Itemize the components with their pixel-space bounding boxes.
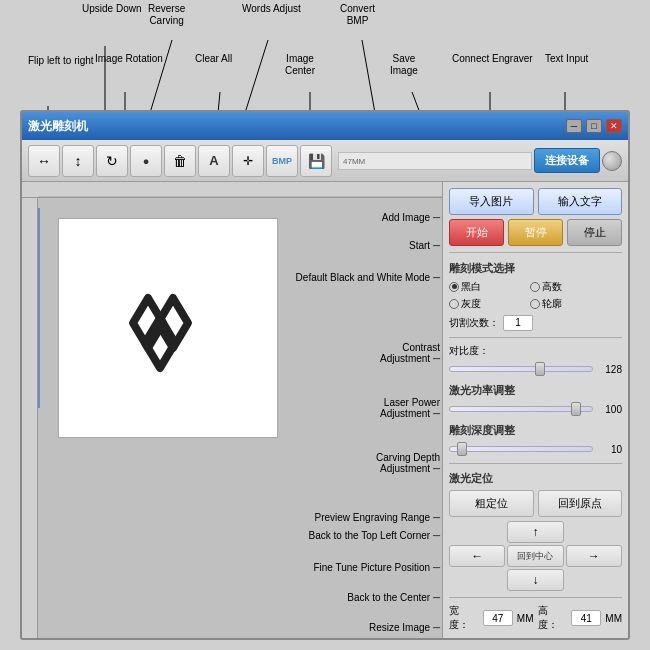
minimize-button[interactable]: ─: [566, 119, 582, 133]
home-button[interactable]: 回到原点: [538, 490, 623, 517]
nav-left-button[interactable]: ←: [449, 545, 505, 567]
reverse-carving-button[interactable]: ●: [130, 145, 162, 177]
stop-button[interactable]: 停止: [567, 219, 622, 246]
nav-center-button[interactable]: 回到中心: [507, 545, 563, 567]
size-row: 宽度： MM 高度： MM: [449, 604, 622, 632]
contrast-value: 128: [597, 364, 622, 375]
width-unit: MM: [517, 613, 534, 624]
width-input[interactable]: [483, 610, 513, 626]
convert-bmp-button[interactable]: BMP: [266, 145, 298, 177]
svg-line-6: [218, 92, 220, 110]
text-input-label: Text Input: [545, 53, 588, 65]
svg-line-2: [150, 40, 172, 110]
add-image-button[interactable]: 导入图片: [449, 188, 534, 215]
maximize-button[interactable]: □: [586, 119, 602, 133]
mode-bw-label: 黑白: [461, 280, 481, 294]
window-title: 激光雕刻机: [28, 118, 88, 135]
horizontal-ruler: [22, 182, 442, 198]
pause-button[interactable]: 暂停: [508, 219, 563, 246]
contrast-slider-track: [449, 366, 593, 372]
main-container: Flip left to right Upside Down ReverseCa…: [0, 0, 650, 650]
width-label: 宽度：: [449, 604, 479, 632]
laser-power-label: 激光功率调整: [449, 383, 622, 398]
divider-2: [449, 337, 622, 338]
divider-1: [449, 252, 622, 253]
title-bar: 激光雕刻机 ─ □ ✕: [22, 112, 628, 140]
mode-outline-option[interactable]: 轮廓: [530, 297, 608, 311]
main-window: 激光雕刻机 ─ □ ✕ ↔ ↕ ↻ ● 🗑 A ✛ BMP 💾 47MM 连接设…: [20, 110, 630, 640]
vertical-ruler: [22, 198, 38, 638]
canvas-background[interactable]: [38, 198, 442, 638]
save-image-button[interactable]: 💾: [300, 145, 332, 177]
control-row: 开始 暂停 停止: [449, 219, 622, 246]
top-annotations: Flip left to right Upside Down ReverseCa…: [0, 0, 650, 110]
laser-slider-container: 100: [449, 404, 622, 415]
divider-4: [449, 597, 622, 598]
engraved-image: [108, 268, 228, 388]
mode-gray-label: 灰度: [461, 297, 481, 311]
mode-high-option[interactable]: 高数: [530, 280, 608, 294]
mode-section-label: 雕刻模式选择: [449, 261, 622, 276]
title-bar-controls: ─ □ ✕: [566, 119, 622, 133]
nav-up-button[interactable]: ↑: [507, 521, 563, 543]
connect-engraver-button[interactable]: 连接设备: [534, 148, 600, 173]
nav-right-button[interactable]: →: [566, 545, 622, 567]
right-panel: 导入图片 输入文字 开始 暂停 停止 雕刻模式选择 黑白: [443, 182, 628, 638]
laser-value: 100: [597, 404, 622, 415]
mode-outline-radio[interactable]: [530, 299, 540, 309]
nav-down-button[interactable]: ↓: [507, 569, 563, 591]
mode-bw-option[interactable]: 黑白: [449, 280, 527, 294]
flip-label: Flip left to right: [28, 55, 94, 67]
canvas-white-area: [58, 218, 278, 438]
clear-all-label: Clear All: [195, 53, 232, 65]
mode-bw-radio[interactable]: [449, 282, 459, 292]
position-label: 激光定位: [449, 471, 622, 486]
text-input-button[interactable]: 输入文字: [538, 188, 623, 215]
svg-line-4: [362, 40, 375, 110]
start-button[interactable]: 开始: [449, 219, 504, 246]
laser-slider-track: [449, 406, 593, 412]
depth-slider-container: 10: [449, 444, 622, 455]
upside-label: Upside Down: [82, 3, 141, 15]
image-center-button[interactable]: ✛: [232, 145, 264, 177]
ruler-h-svg: [38, 183, 442, 197]
cuts-row: 切割次数：: [449, 315, 622, 331]
cuts-label: 切割次数：: [449, 316, 499, 330]
svg-line-3: [245, 40, 268, 110]
mode-radio-group: 黑白 高数 灰度 轮廓: [449, 280, 622, 311]
words-adjust-button[interactable]: A: [198, 145, 230, 177]
mode-high-radio[interactable]: [530, 282, 540, 292]
reverse-label: ReverseCarving: [148, 3, 185, 27]
ruler-label: 47MM: [339, 157, 365, 166]
connect-engraver-label: Connect Engraver: [452, 53, 533, 65]
preview-position-button[interactable]: 粗定位: [449, 490, 534, 517]
clear-all-button[interactable]: 🗑: [164, 145, 196, 177]
contrast-label: 对比度：: [449, 344, 489, 358]
navigation-grid: ↑ ← 回到中心 → ↓: [449, 521, 622, 591]
cuts-input[interactable]: [503, 315, 533, 331]
depth-value: 10: [597, 444, 622, 455]
contrast-slider-thumb[interactable]: [535, 362, 545, 376]
positioning-row: 粗定位 回到原点: [449, 490, 622, 517]
words-label: Words Adjust: [242, 3, 301, 15]
ruler: 47MM: [338, 152, 532, 170]
height-label: 高度：: [538, 604, 568, 632]
image-rotation-button[interactable]: ↻: [96, 145, 128, 177]
height-unit: MM: [605, 613, 622, 624]
annotation-arrows: [0, 0, 650, 110]
v-scale-indicator: [38, 208, 40, 408]
mode-gray-radio[interactable]: [449, 299, 459, 309]
laser-slider-thumb[interactable]: [571, 402, 581, 416]
contrast-slider-container: 128: [449, 364, 622, 375]
contrast-row: 对比度：: [449, 344, 622, 358]
upside-down-button[interactable]: ↕: [62, 145, 94, 177]
flip-left-right-button[interactable]: ↔: [28, 145, 60, 177]
depth-label: 雕刻深度调整: [449, 423, 622, 438]
image-center-label: ImageCenter: [285, 53, 315, 77]
image-rotation-label: Image Rotation: [95, 53, 163, 65]
close-button[interactable]: ✕: [606, 119, 622, 133]
mode-outline-label: 轮廓: [542, 297, 562, 311]
depth-slider-thumb[interactable]: [457, 442, 467, 456]
mode-gray-option[interactable]: 灰度: [449, 297, 527, 311]
height-input[interactable]: [571, 610, 601, 626]
